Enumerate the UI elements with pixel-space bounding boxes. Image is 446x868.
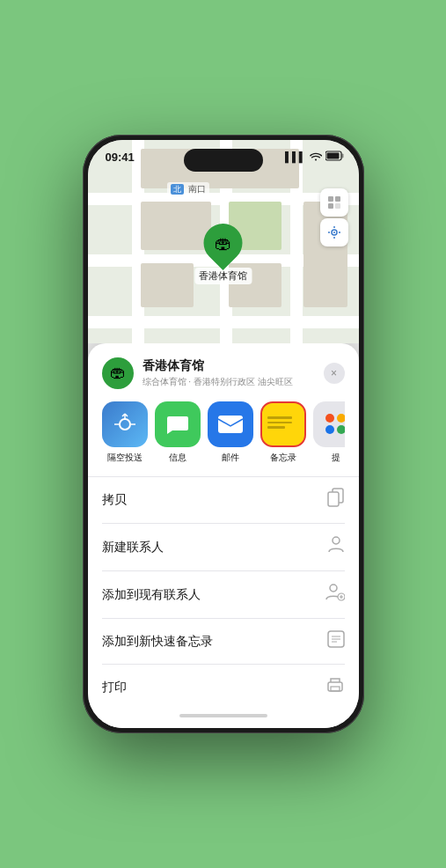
action-new-contact[interactable]: 新建联系人: [102, 524, 345, 571]
location-venue-icon: 🏟: [102, 357, 134, 389]
home-bar: [179, 714, 267, 717]
location-subtitle: 综合体育馆 · 香港特别行政区 油尖旺区: [143, 376, 324, 388]
svg-rect-3: [328, 196, 333, 202]
signal-icon: ▌▌▌: [285, 151, 305, 162]
more-icon: [313, 401, 345, 447]
action-quick-note[interactable]: 添加到新快速备忘录: [102, 619, 345, 665]
message-label: 信息: [169, 452, 186, 464]
close-button[interactable]: ×: [324, 363, 345, 384]
more-label: 提: [332, 452, 340, 464]
person-add-icon: [325, 583, 345, 607]
note-icon: [327, 630, 345, 652]
action-print[interactable]: 打印: [102, 665, 345, 703]
action-add-contact[interactable]: 添加到现有联系人: [102, 571, 345, 619]
notes-label: 备忘录: [270, 452, 296, 464]
action-new-contact-label: 新建联系人: [102, 540, 164, 555]
mail-label: 邮件: [222, 452, 239, 464]
share-airdrop[interactable]: 隔空投送: [102, 401, 148, 464]
message-icon: [155, 401, 201, 447]
dynamic-island: [184, 149, 263, 172]
location-button[interactable]: [320, 218, 348, 246]
share-row: 隔空投送 信息: [102, 401, 345, 464]
svg-point-13: [333, 537, 340, 544]
status-time: 09:41: [106, 151, 135, 164]
svg-rect-5: [328, 203, 333, 209]
action-copy[interactable]: 拷贝: [102, 476, 345, 524]
location-pin: 🏟 香港体育馆: [194, 224, 252, 284]
airdrop-icon: [102, 401, 148, 447]
svg-point-9: [120, 419, 130, 430]
phone-screen: 09:41 ▌▌▌: [88, 140, 359, 728]
action-quick-note-label: 添加到新快速备忘录: [102, 634, 213, 650]
home-indicator: [102, 703, 345, 728]
copy-icon: [327, 488, 345, 511]
phone-frame: 09:41 ▌▌▌: [83, 135, 364, 733]
mail-icon: [208, 401, 253, 447]
action-copy-label: 拷贝: [102, 492, 127, 508]
svg-rect-1: [341, 154, 343, 158]
airdrop-label: 隔空投送: [107, 452, 143, 464]
location-name: 香港体育馆: [143, 358, 324, 374]
svg-rect-12: [328, 492, 339, 506]
svg-point-8: [333, 232, 335, 233]
location-header: 🏟 香港体育馆 综合体育馆 · 香港特别行政区 油尖旺区 ×: [102, 357, 345, 389]
share-message[interactable]: 信息: [155, 401, 201, 464]
location-info: 香港体育馆 综合体育馆 · 香港特别行政区 油尖旺区: [143, 358, 324, 388]
print-icon: [325, 676, 345, 698]
svg-rect-4: [335, 196, 340, 202]
bottom-sheet: 🏟 香港体育馆 综合体育馆 · 香港特别行政区 油尖旺区 ×: [88, 343, 359, 729]
map-controls: [320, 188, 348, 246]
road-label: 北 南口: [167, 182, 210, 196]
person-icon: [327, 535, 345, 559]
action-add-contact-label: 添加到现有联系人: [102, 587, 201, 603]
share-notes[interactable]: 备忘录: [260, 401, 306, 464]
svg-rect-6: [335, 203, 340, 209]
share-more[interactable]: 提: [313, 401, 345, 464]
action-print-label: 打印: [102, 680, 127, 695]
svg-rect-2: [326, 153, 339, 159]
svg-point-14: [330, 585, 337, 592]
notes-icon: [260, 401, 306, 447]
battery-icon: [325, 151, 345, 163]
svg-rect-10: [218, 416, 243, 433]
map-type-button[interactable]: [320, 188, 348, 217]
share-mail[interactable]: 邮件: [208, 401, 253, 464]
status-icons: ▌▌▌: [285, 151, 344, 163]
wifi-icon: [310, 151, 322, 163]
